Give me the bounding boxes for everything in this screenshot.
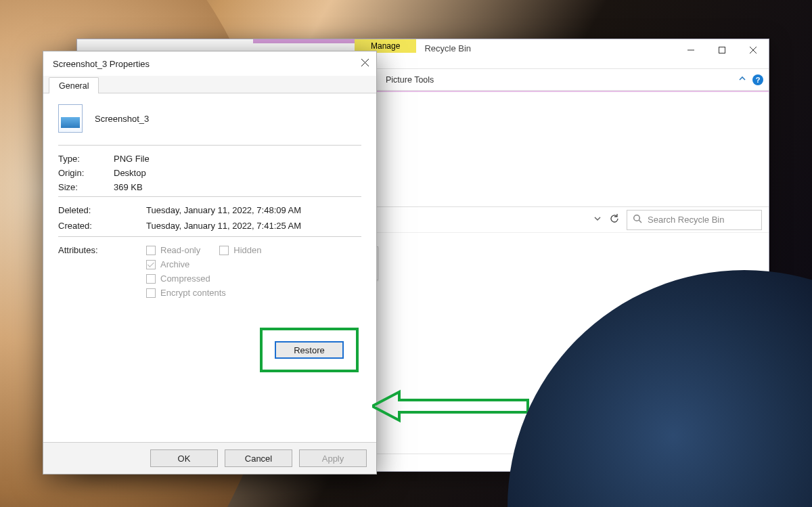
search-input[interactable]: Search Recycle Bin [627,210,762,230]
ribbon-chevron-icon[interactable] [738,74,747,85]
apply-button[interactable]: Apply [299,449,367,467]
minimize-button[interactable] [675,39,706,61]
close-button[interactable] [738,39,769,61]
value-deleted: Tuesday, January 11, 2022, 7:48:09 AM [146,205,301,215]
checkbox-read-only: Read-only [146,245,200,255]
dropdown-chevron-icon[interactable] [593,214,602,226]
tab-strip: General [43,76,376,93]
dialog-footer: OK Cancel Apply [43,442,376,474]
window-title: Recycle Bin [416,39,479,58]
refresh-icon[interactable] [609,213,620,227]
restore-button[interactable]: Restore [275,341,344,359]
separator [58,145,361,146]
search-icon [633,214,642,225]
label-origin: Origin: [58,168,114,178]
dialog-body: Screenshot_3 Type:PNG File Origin:Deskto… [43,93,376,442]
separator [58,196,361,197]
cancel-button[interactable]: Cancel [225,449,292,467]
separator [58,236,361,237]
value-origin: Desktop [114,168,146,178]
help-icon[interactable]: ? [752,74,763,85]
ribbon-accent [253,39,355,43]
caption-buttons [675,39,769,68]
filetype-icon [58,104,83,133]
svg-point-4 [634,215,640,221]
close-icon[interactable] [361,58,369,69]
label-deleted: Deleted: [58,205,146,215]
ok-button[interactable]: OK [150,449,218,467]
details-view-icon[interactable] [729,458,743,468]
label-created: Created: [58,221,146,231]
label-type: Type: [58,154,114,164]
dialog-title: Screenshot_3 Properties [53,59,150,69]
checkbox-encrypt: Encrypt contents [146,288,261,298]
svg-rect-1 [719,47,725,53]
label-attributes: Attributes: [58,245,146,298]
label-size: Size: [58,182,114,192]
checkbox-hidden: Hidden [219,245,261,255]
tab-general[interactable]: General [49,77,99,93]
dialog-titlebar: Screenshot_3 Properties [43,51,376,76]
value-created: Tuesday, January 11, 2022, 7:41:25 AM [146,221,301,231]
thumbnails-view-icon[interactable] [748,458,762,468]
properties-dialog: Screenshot_3 Properties General Screensh… [43,51,377,475]
checkbox-archive: Archive [146,259,261,269]
value-size: 369 KB [114,182,143,192]
file-name: Screenshot_3 [95,114,149,124]
picture-tools-tab[interactable]: Picture Tools [379,71,441,89]
svg-line-5 [639,220,641,223]
maximize-button[interactable] [706,39,738,61]
value-type: PNG File [114,154,150,164]
search-placeholder: Search Recycle Bin [648,215,724,225]
restore-highlight-box: Restore [260,328,359,372]
checkbox-compressed: Compressed [146,273,261,284]
